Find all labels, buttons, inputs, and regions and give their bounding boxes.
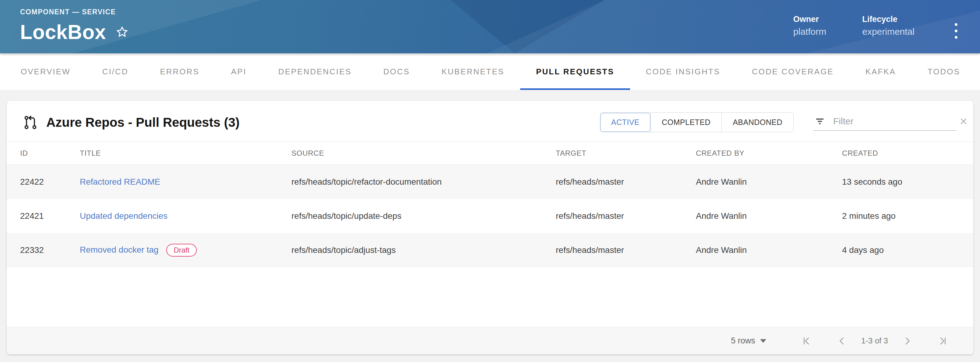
entity-kind-breadcrumb: COMPONENT — SERVICE (20, 8, 129, 16)
pr-source: refs/heads/topic/refactor-documentation (291, 165, 556, 199)
tab-docs[interactable]: DOCS (368, 53, 426, 90)
pr-source: refs/heads/topic/adjust-tags (291, 233, 556, 267)
git-pull-request-icon (22, 115, 38, 131)
pr-id: 22421 (7, 199, 80, 233)
tab-kafka[interactable]: KAFKA (850, 53, 912, 90)
pr-created: 13 seconds ago (842, 165, 973, 199)
pr-created: 2 minutes ago (842, 199, 973, 233)
next-page-button[interactable] (896, 330, 918, 352)
pr-title-link[interactable]: Refactored README (80, 177, 161, 187)
clear-filter-icon[interactable] (959, 116, 969, 126)
draft-status-badge: Draft (166, 244, 197, 257)
col-header-title: TITLE (80, 142, 291, 165)
tab-pull-requests[interactable]: PULL REQUESTS (520, 53, 630, 90)
first-page-button[interactable] (795, 330, 818, 352)
favorite-star-icon[interactable] (115, 25, 129, 39)
more-options-kebab-icon[interactable] (950, 20, 962, 42)
pr-created: 4 days ago (842, 233, 973, 267)
owner-meta: Owner platform (793, 14, 826, 37)
tab-kubernetes[interactable]: KUBERNETES (426, 53, 520, 90)
table-filter-field (813, 114, 956, 131)
previous-page-button[interactable] (831, 330, 853, 352)
entity-tabbar: OVERVIEW CI/CD ERRORS API DEPENDENCIES D… (0, 53, 980, 90)
table-row: 22332 Removed docker tag Draft refs/head… (7, 233, 973, 267)
pr-id: 22422 (7, 165, 80, 199)
chevron-down-icon (760, 339, 766, 343)
tab-code-coverage[interactable]: CODE COVERAGE (736, 53, 850, 90)
pr-created-by: Andre Wanlin (696, 165, 842, 199)
owner-label: Owner (793, 14, 826, 24)
tab-api[interactable]: API (215, 53, 262, 90)
entity-header: COMPONENT — SERVICE LockBox Owner platfo… (0, 0, 980, 53)
pr-status-toggle-group: ACTIVE COMPLETED ABANDONED (600, 112, 794, 132)
rows-per-page-value: 5 rows (731, 336, 755, 346)
entity-identity: COMPONENT — SERVICE LockBox (20, 8, 129, 43)
table-row: 22421 Updated dependencies refs/heads/to… (7, 199, 973, 233)
tab-errors[interactable]: ERRORS (144, 53, 215, 90)
pagination-range-label: 1-3 of 3 (861, 336, 888, 346)
last-page-button[interactable] (931, 330, 954, 352)
active-tab-underline (520, 88, 630, 90)
card-title: Azure Repos - Pull Requests (3) (46, 115, 240, 130)
lifecycle-meta: Lifecycle experimental (862, 14, 915, 37)
filter-list-icon (815, 116, 825, 127)
pr-created-by: Andre Wanlin (696, 233, 842, 267)
tab-todos[interactable]: TODOS (912, 53, 976, 90)
col-header-source: SOURCE (291, 142, 556, 165)
pr-target: refs/heads/master (556, 199, 696, 233)
pull-requests-table: ID TITLE SOURCE TARGET CREATED BY CREATE… (7, 141, 973, 327)
filter-input[interactable] (833, 116, 951, 126)
lifecycle-label: Lifecycle (862, 14, 915, 24)
page-title: LockBox (20, 21, 106, 43)
pr-id: 22332 (7, 233, 80, 267)
pr-target: refs/heads/master (556, 233, 696, 267)
col-header-created-by: CREATED BY (696, 142, 842, 165)
rows-per-page-select[interactable]: 5 rows (731, 336, 766, 346)
owner-value: platform (793, 27, 826, 37)
pr-created-by: Andre Wanlin (696, 199, 842, 233)
col-header-target: TARGET (556, 142, 696, 165)
status-filter-completed[interactable]: COMPLETED (651, 113, 721, 132)
pr-source: refs/heads/topic/update-deps (291, 199, 556, 233)
status-filter-abandoned[interactable]: ABANDONED (721, 113, 793, 132)
col-header-id: ID (7, 142, 80, 165)
tab-code-insights[interactable]: CODE INSIGHTS (630, 53, 736, 90)
table-header-row: ID TITLE SOURCE TARGET CREATED BY CREATE… (7, 142, 973, 165)
tab-cicd[interactable]: CI/CD (86, 53, 144, 90)
pr-target: refs/heads/master (556, 165, 696, 199)
table-pagination: 5 rows 1-3 of 3 (7, 327, 973, 354)
pull-requests-card: Azure Repos - Pull Requests (3) ACTIVE C… (7, 101, 973, 354)
table-row: 22422 Refactored README refs/heads/topic… (7, 165, 973, 199)
pr-title-link[interactable]: Updated dependencies (80, 211, 167, 221)
status-filter-active[interactable]: ACTIVE (600, 113, 651, 132)
col-header-created: CREATED (842, 142, 973, 165)
tab-overview[interactable]: OVERVIEW (5, 53, 86, 90)
pr-title-link[interactable]: Removed docker tag (80, 245, 158, 254)
lifecycle-value: experimental (862, 27, 915, 37)
tab-pull-requests-label: PULL REQUESTS (536, 67, 614, 77)
tab-dependencies[interactable]: DEPENDENCIES (262, 53, 368, 90)
